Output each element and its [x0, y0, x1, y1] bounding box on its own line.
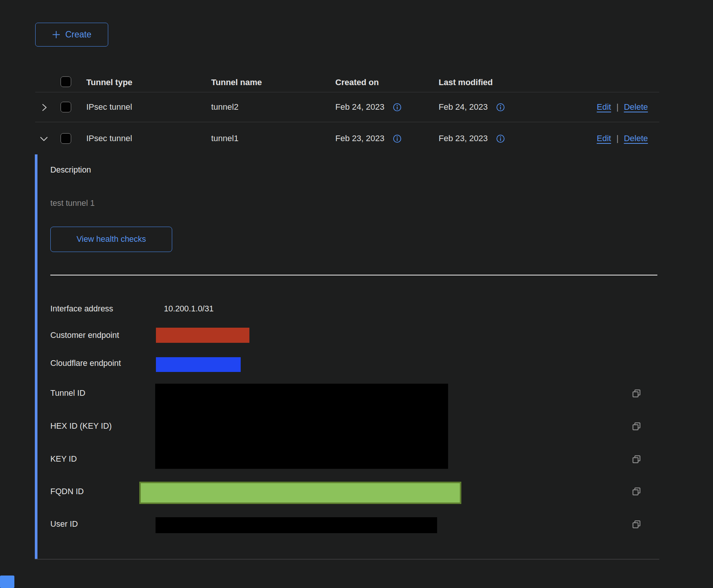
id-group-redacted-values [155, 384, 448, 469]
copy-icon[interactable] [631, 486, 642, 497]
description-label: Description [50, 164, 91, 176]
action-separator: | [616, 134, 619, 143]
tunnels-page: Create Tunnel type Tunnel name Created o… [0, 0, 713, 588]
view-health-checks-button[interactable]: View health checks [50, 227, 172, 252]
table-bottom-divider [35, 559, 659, 560]
created-on-cell: Feb 24, 2023 [335, 102, 385, 112]
action-separator: | [616, 102, 619, 112]
info-icon[interactable] [393, 134, 402, 143]
delete-link[interactable]: Delete [624, 134, 648, 143]
last-modified-cell: Feb 24, 2023 [439, 102, 488, 112]
row-divider [35, 122, 659, 122]
header-divider [35, 92, 659, 92]
copy-icon[interactable] [631, 388, 642, 399]
hex-id-label: HEX ID (KEY ID) [50, 420, 112, 432]
tunnel-name-cell: tunnel2 [211, 101, 238, 113]
section-divider [50, 275, 657, 275]
copy-icon[interactable] [631, 519, 642, 530]
info-icon[interactable] [496, 134, 505, 143]
created-on-cell: Feb 23, 2023 [335, 134, 385, 143]
cloudflare-endpoint-redacted-value [156, 357, 241, 372]
customer-endpoint-redacted-value [156, 328, 249, 343]
row-checkbox[interactable] [61, 102, 71, 112]
description-value: test tunnel 1 [50, 198, 95, 209]
collapse-chevron-down-icon[interactable] [39, 134, 49, 144]
info-icon[interactable] [393, 103, 402, 112]
corner-blue-indicator [0, 576, 14, 588]
row-checkbox[interactable] [61, 133, 71, 144]
tunnel-name-cell: tunnel1 [211, 132, 238, 145]
edit-link[interactable]: Edit [597, 134, 611, 143]
create-button-label: Create [65, 30, 91, 40]
column-header-tunnel-name: Tunnel name [211, 76, 262, 89]
create-button[interactable]: Create [35, 23, 108, 47]
fqdn-id-label: FQDN ID [50, 486, 84, 497]
copy-icon[interactable] [631, 421, 642, 432]
expansion-accent-bar [35, 154, 37, 559]
column-header-created-on: Created on [335, 76, 379, 89]
customer-endpoint-label: Customer endpoint [50, 330, 119, 341]
column-header-tunnel-type: Tunnel type [86, 76, 132, 89]
fqdn-id-redacted-value [139, 482, 461, 504]
interface-address-value: 10.200.1.0/31 [164, 303, 214, 314]
delete-link[interactable]: Delete [624, 102, 648, 112]
column-header-last-modified: Last modified [439, 76, 493, 89]
expand-chevron-right-icon[interactable] [39, 103, 49, 112]
select-all-checkbox[interactable] [61, 76, 71, 87]
copy-icon[interactable] [631, 454, 642, 465]
plus-icon [52, 30, 61, 39]
user-id-redacted-value [156, 517, 437, 533]
last-modified-cell: Feb 23, 2023 [439, 134, 488, 143]
tunnel-type-cell: IPsec tunnel [86, 101, 132, 113]
tunnel-id-label: Tunnel ID [50, 387, 85, 399]
edit-link[interactable]: Edit [597, 102, 611, 112]
user-id-label: User ID [50, 518, 78, 530]
info-icon[interactable] [496, 103, 505, 112]
cloudflare-endpoint-label: Cloudflare endpoint [50, 358, 121, 369]
key-id-label: KEY ID [50, 453, 77, 465]
tunnel-type-cell: IPsec tunnel [86, 132, 132, 145]
interface-address-label: Interface address [50, 303, 113, 314]
